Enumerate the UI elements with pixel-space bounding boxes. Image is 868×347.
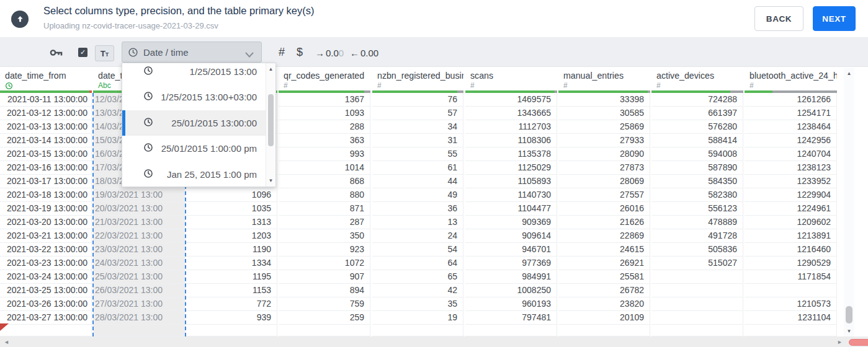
cell[interactable]: 25/03/2021 13:00 xyxy=(93,270,185,284)
cell[interactable]: 2021-03-27 13:00:00 xyxy=(0,311,92,325)
cell[interactable]: 22869 xyxy=(558,229,650,243)
decrease-decimals-button[interactable]: ←0.00 xyxy=(350,46,378,59)
cell[interactable] xyxy=(651,284,743,297)
cell[interactable]: 2021-03-15 13:00:00 xyxy=(0,147,92,161)
cell[interactable]: 1367 xyxy=(279,93,370,107)
cell[interactable]: 55 xyxy=(372,147,463,161)
cell[interactable]: 2021-03-19 13:00:00 xyxy=(0,202,92,216)
cell[interactable]: 1238123 xyxy=(745,161,837,175)
cell[interactable]: 2021-03-13 13:00:00 xyxy=(0,120,92,134)
cell[interactable]: 54 xyxy=(372,243,463,257)
cell[interactable]: 2021-03-20 13:00:00 xyxy=(0,216,92,229)
cell[interactable]: 939 xyxy=(186,311,277,325)
cell[interactable]: 1190 xyxy=(186,243,277,257)
cell[interactable]: 288 xyxy=(279,120,370,134)
next-button[interactable]: NEXT xyxy=(813,6,856,31)
cell[interactable]: 2021-03-25 13:00:00 xyxy=(0,284,92,297)
cell[interactable]: 1014 xyxy=(279,161,370,175)
cell[interactable]: 363 xyxy=(279,134,370,147)
cell[interactable]: 26782 xyxy=(558,284,650,297)
cell[interactable]: 26921 xyxy=(558,257,650,270)
cell[interactable]: 24 xyxy=(372,229,463,243)
cell[interactable]: 923 xyxy=(279,243,370,257)
number-type-button[interactable]: # xyxy=(275,45,288,59)
column-header[interactable]: date_time_from xyxy=(0,67,92,90)
cell[interactable]: 871 xyxy=(279,202,370,216)
scroll-down-icon[interactable]: ▼ xyxy=(266,178,275,183)
cell[interactable]: 1334 xyxy=(186,257,277,270)
cell[interactable]: 19/03/2021 13:00 xyxy=(93,188,185,202)
cell[interactable]: 1238464 xyxy=(745,120,837,134)
cell[interactable]: 584350 xyxy=(651,175,743,188)
cell[interactable]: 2021-03-23 13:00:00 xyxy=(0,257,92,270)
column-header[interactable]: nzbn_registered_busine# xyxy=(372,67,463,90)
cell[interactable]: 28090 xyxy=(558,147,650,161)
cell[interactable]: 772 xyxy=(186,297,277,311)
cell[interactable]: 36 xyxy=(372,202,463,216)
cell[interactable]: 64 xyxy=(372,257,463,270)
cell[interactable]: 1105893 xyxy=(465,175,557,188)
cell[interactable]: 34 xyxy=(372,120,463,134)
cell[interactable]: 515027 xyxy=(651,257,743,270)
cell[interactable]: 65 xyxy=(372,270,463,284)
cell[interactable]: 61 xyxy=(372,161,463,175)
cell[interactable]: 582380 xyxy=(651,188,743,202)
cell[interactable]: 28/03/2021 13:00 xyxy=(93,311,185,325)
cell[interactable]: 868 xyxy=(279,175,370,188)
cell[interactable]: 1261266 xyxy=(745,93,837,107)
cell[interactable]: 1343665 xyxy=(465,107,557,120)
cell[interactable]: 26/03/2021 13:00 xyxy=(93,284,185,297)
cell[interactable]: 1210573 xyxy=(745,297,837,311)
cell[interactable]: 587890 xyxy=(651,161,743,175)
cell[interactable] xyxy=(651,311,743,325)
cell[interactable]: 1008250 xyxy=(465,284,557,297)
cell[interactable]: 1242956 xyxy=(745,134,837,147)
cell[interactable]: 1112703 xyxy=(465,120,557,134)
cell[interactable]: 491728 xyxy=(651,229,743,243)
cell[interactable]: 2021-03-18 13:00:00 xyxy=(0,188,92,202)
cell[interactable]: 960193 xyxy=(465,297,557,311)
type-select[interactable]: Date / time xyxy=(122,42,262,63)
cell[interactable]: 478889 xyxy=(651,216,743,229)
cell[interactable]: 759 xyxy=(279,297,370,311)
cell[interactable]: 1104477 xyxy=(465,202,557,216)
cell[interactable] xyxy=(651,270,743,284)
cell[interactable]: 22/03/2021 13:00 xyxy=(93,229,185,243)
format-option[interactable]: 1/25/2015 13:00 xyxy=(122,63,266,84)
vertical-scrollbar-thumb[interactable] xyxy=(846,306,852,323)
cell[interactable]: 21/03/2021 13:00 xyxy=(93,216,185,229)
cell[interactable]: 44 xyxy=(372,175,463,188)
cell[interactable]: 20109 xyxy=(558,311,650,325)
back-button[interactable]: BACK xyxy=(754,6,803,31)
cell[interactable]: 1135378 xyxy=(465,147,557,161)
column-header[interactable]: bluetooth_active_24_hr_# xyxy=(745,67,837,90)
cell[interactable]: 35 xyxy=(372,297,463,311)
currency-type-button[interactable]: $ xyxy=(293,45,306,59)
cell[interactable]: 2021-03-22 13:00:00 xyxy=(0,243,92,257)
table-horizontal-scrollbar[interactable]: ◄ ► xyxy=(0,336,868,347)
cell[interactable]: 1313 xyxy=(186,216,277,229)
cell[interactable]: 1254171 xyxy=(745,107,837,120)
cell[interactable]: 1231104 xyxy=(745,311,837,325)
cell[interactable]: 1213891 xyxy=(745,229,837,243)
cell[interactable]: 23820 xyxy=(558,297,650,311)
column-header[interactable]: manual_entries# xyxy=(558,67,650,90)
cell[interactable]: 1125029 xyxy=(465,161,557,175)
cell[interactable]: 1108306 xyxy=(465,134,557,147)
cell[interactable]: 27873 xyxy=(558,161,650,175)
cell[interactable]: 33398 xyxy=(558,93,650,107)
cell[interactable]: 2021-03-11 13:00:00 xyxy=(0,93,92,107)
cell[interactable]: 259 xyxy=(279,311,370,325)
cell[interactable]: 1195 xyxy=(186,270,277,284)
column-header[interactable]: active_devices# xyxy=(651,67,743,90)
cell[interactable]: 76 xyxy=(372,93,463,107)
cell[interactable]: 2021-03-24 13:00:00 xyxy=(0,270,92,284)
scroll-up-icon[interactable]: ▲ xyxy=(266,66,275,72)
cell[interactable]: 26016 xyxy=(558,202,650,216)
cell[interactable]: 1229904 xyxy=(745,188,837,202)
primary-key-icon[interactable] xyxy=(50,47,63,58)
cell[interactable]: 724288 xyxy=(651,93,743,107)
cell[interactable]: 1171854 xyxy=(745,270,837,284)
cell[interactable]: 25581 xyxy=(558,270,650,284)
cell[interactable]: 350 xyxy=(279,229,370,243)
